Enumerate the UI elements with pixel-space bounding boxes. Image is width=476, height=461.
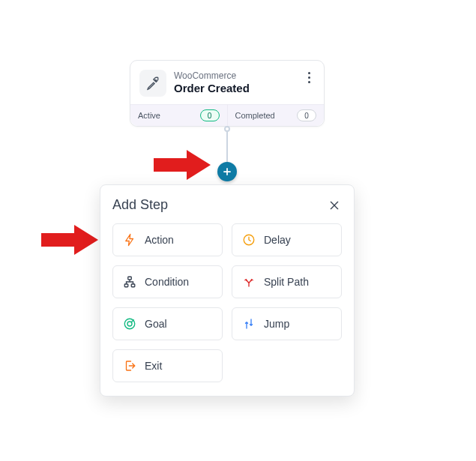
close-icon[interactable]	[327, 198, 342, 213]
option-label: Jump	[264, 318, 289, 330]
stat-active-count: 0	[200, 109, 220, 121]
trigger-card[interactable]: WooCommerce Order Created Active 0 Compl…	[130, 60, 325, 127]
option-condition[interactable]: Condition	[112, 265, 223, 298]
lightning-icon	[122, 232, 137, 247]
option-action[interactable]: Action	[112, 223, 223, 256]
option-label: Split Path	[264, 276, 309, 288]
target-icon	[122, 316, 137, 331]
option-goal[interactable]: Goal	[112, 307, 223, 340]
option-jump[interactable]: Jump	[232, 307, 342, 340]
panel-header: Add Step	[112, 197, 342, 213]
trigger-source: WooCommerce	[174, 70, 250, 81]
stat-completed[interactable]: Completed 0	[227, 105, 325, 126]
clock-icon	[241, 232, 256, 247]
svg-rect-8	[131, 284, 135, 287]
stat-completed-count: 0	[297, 109, 316, 121]
option-label: Delay	[264, 234, 291, 246]
option-delay[interactable]: Delay	[232, 223, 342, 256]
svg-rect-7	[124, 284, 128, 287]
option-split-path[interactable]: Split Path	[232, 265, 342, 298]
add-step-panel: Add Step Action Delay	[100, 184, 355, 397]
trigger-stats: Active 0 Completed 0	[130, 104, 324, 126]
sitemap-icon	[122, 274, 137, 289]
option-label: Condition	[145, 276, 189, 288]
split-icon	[241, 274, 256, 289]
svg-rect-6	[128, 277, 132, 280]
trigger-header: WooCommerce Order Created	[130, 61, 324, 104]
panel-title: Add Step	[112, 197, 168, 213]
stat-active[interactable]: Active 0	[130, 105, 227, 126]
option-exit[interactable]: Exit	[112, 349, 223, 382]
rocket-icon	[139, 70, 166, 97]
options-grid: Action Delay Condition	[112, 223, 342, 382]
jump-icon	[241, 316, 256, 331]
add-step-button[interactable]	[217, 162, 237, 181]
stat-completed-label: Completed	[235, 111, 275, 120]
stat-active-label: Active	[138, 111, 160, 120]
trigger-texts: WooCommerce Order Created	[174, 70, 250, 96]
connector-line	[226, 132, 228, 163]
option-label: Exit	[145, 360, 162, 372]
kebab-menu-icon[interactable]	[301, 70, 316, 85]
option-label: Action	[145, 234, 174, 246]
trigger-title: Order Created	[174, 81, 250, 96]
option-label: Goal	[145, 318, 167, 330]
svg-point-0	[155, 80, 156, 81]
exit-icon	[122, 358, 137, 373]
connector-dot	[224, 126, 230, 132]
